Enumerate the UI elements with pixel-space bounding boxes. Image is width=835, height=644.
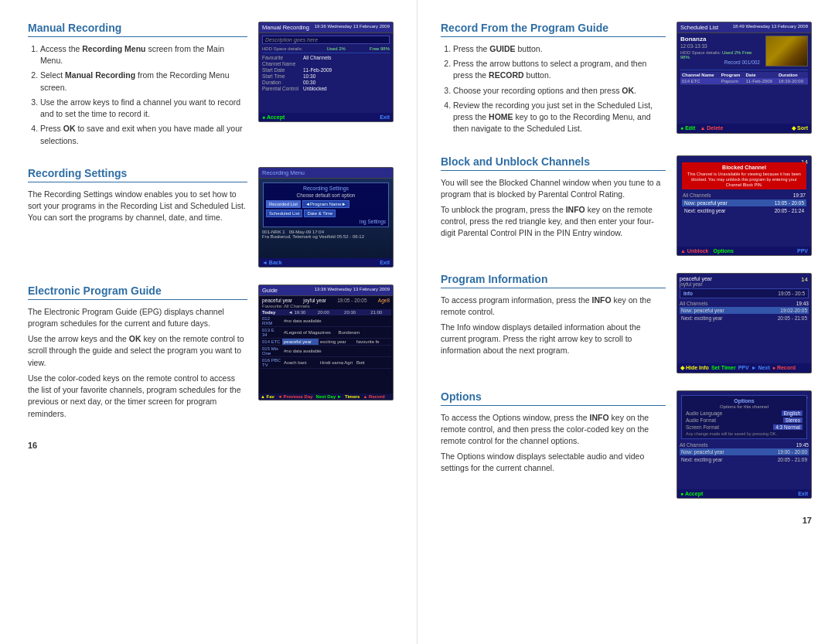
- table-row: 014 ETC Popcorn 11-Feb-2009 18:39-20:00: [680, 78, 808, 85]
- record-from-guide-steps: Press the GUIDE button. Press the arrow …: [441, 43, 666, 135]
- scr-body-opts: Options Options for this channel Audio L…: [677, 391, 811, 489]
- section-manual-recording: Manual Recording Access the Recording Me…: [28, 22, 394, 150]
- scheduled-list-table: Channel Name Program Date Duration 014 E…: [680, 72, 808, 85]
- scr-titlebar-rfg: Scheduled List 18:49 Wednesday 13 Februa…: [677, 22, 811, 33]
- options-screenshot: 14 Options Options for this channel Audi…: [677, 390, 812, 499]
- section-options: Options To access the Options window, pr…: [441, 390, 812, 499]
- options-box: Options Options for this channel Audio L…: [681, 395, 807, 439]
- epg-text: Electronic Program Guide The Electronic …: [28, 285, 247, 424]
- program-info-text: Program Information To access program in…: [441, 273, 666, 373]
- step-1: Access the Recording Menu screen from th…: [40, 43, 247, 66]
- scr-footer-rec: ◄ Back Exit: [259, 258, 393, 267]
- manual-recording-title: Manual Recording: [28, 22, 247, 37]
- epg-screenshot: Guide 13:36 Wednesday 13 February 2009 p…: [258, 285, 394, 400]
- recording-settings-screenshot: Recording Menu Recording Settings Choose…: [258, 167, 394, 267]
- options-text: Options To access the Options window, pr…: [441, 390, 666, 499]
- right-page: Record From the Program Guide Press the …: [418, 0, 835, 644]
- left-page: Manual Recording Access the Recording Me…: [0, 0, 418, 644]
- scr-footer-opts: ● Accept Exit: [677, 489, 811, 498]
- block-unblock-title: Block and Unblock Channels: [441, 155, 666, 171]
- section-program-info: Program Information To access program in…: [441, 273, 812, 373]
- blocked-channel-notice: Blocked Channel This Channel is Unavaila…: [682, 162, 806, 190]
- program-info-screenshot: 14 peaceful year joyful year Info 19:05 …: [677, 273, 812, 373]
- scr-body-rfg: Bonanza 12:03-13:33 HDD Space details: U…: [677, 33, 811, 124]
- scr-body-rec: Recording Settings Choose default sort o…: [259, 179, 393, 258]
- info-box: Info 19:05 - 20:5: [680, 288, 809, 298]
- section-epg: Electronic Program Guide The Electronic …: [28, 285, 394, 424]
- step-3: Use the arrow keys to find a channel you…: [40, 97, 247, 120]
- scr-body-epg: peaceful year joyful year 19:05 - 20:05 …: [259, 296, 393, 394]
- section-recording-settings: Recording Settings The Recording Setting…: [28, 167, 394, 267]
- manual-recording-screenshot: Manual Recording 19:36 Wednesday 13 Febr…: [258, 22, 394, 122]
- scr-footer-epg: ▲ Fav ◄ Previous Day Next Day ► Timers ▲…: [259, 394, 393, 400]
- section-block-unblock: Block and Unblock Channels You will see …: [441, 155, 812, 256]
- scr-description-field: Description goes here: [262, 36, 390, 44]
- recording-settings-text: Recording Settings The Recording Setting…: [28, 167, 247, 267]
- scr-titlebar-epg: Guide 13:36 Wednesday 13 February 2009: [259, 285, 393, 296]
- manual-recording-steps: Access the Recording Menu screen from th…: [28, 43, 247, 147]
- scr-body-manual: Description goes here HDD Space details:…: [259, 33, 393, 113]
- page-number-right: 17: [441, 516, 812, 525]
- scr-footer-manual: ● Accept Exit: [259, 113, 393, 121]
- scr-footer-rfg: ● Edit ▲ Delete ◆ Sort: [677, 124, 811, 133]
- step-2: Select Manual Recording from the Recordi…: [40, 70, 247, 93]
- scr-titlebar-rec: Recording Menu: [259, 168, 393, 179]
- scr-footer-block: ▲ Unblock Options PPV: [677, 247, 811, 255]
- manual-recording-text: Manual Recording Access the Recording Me…: [28, 22, 247, 150]
- recording-settings-body: The Recording Settings window enables yo…: [28, 189, 247, 224]
- record-from-guide-screenshot: Scheduled List 18:49 Wednesday 13 Februa…: [677, 22, 812, 134]
- block-unblock-text: Block and Unblock Channels You will see …: [441, 155, 666, 256]
- scr-row-favourite: Favourite All Channels: [262, 55, 390, 60]
- options-title: Options: [441, 390, 666, 406]
- step-4: Press OK to save and exit when you have …: [40, 123, 247, 146]
- bonanza-thumbnail: [765, 36, 808, 66]
- scr-body-info: peaceful year joyful year Info 19:05 - 2…: [677, 274, 811, 363]
- section-record-from-guide: Record From the Program Guide Press the …: [441, 22, 812, 138]
- program-info-title: Program Information: [441, 273, 666, 288]
- scr-titlebar-manual: Manual Recording 19:36 Wednesday 13 Febr…: [259, 22, 393, 33]
- record-from-guide-title: Record From the Program Guide: [441, 22, 666, 37]
- scr-body-block: Blocked Channel This Channel is Unavaila…: [677, 156, 811, 247]
- epg-title: Electronic Program Guide: [28, 285, 247, 300]
- scr-footer-info: ◆ Hide Info Set Timer PPV ► Next ● Recor…: [677, 363, 811, 373]
- page-number-left: 16: [28, 441, 394, 450]
- recording-settings-title: Recording Settings: [28, 167, 247, 182]
- page-container: Manual Recording Access the Recording Me…: [0, 0, 835, 644]
- block-unblock-screenshot: 14 Blocked Channel This Channel is Unava…: [677, 155, 812, 256]
- record-from-guide-text: Record From the Program Guide Press the …: [441, 22, 666, 138]
